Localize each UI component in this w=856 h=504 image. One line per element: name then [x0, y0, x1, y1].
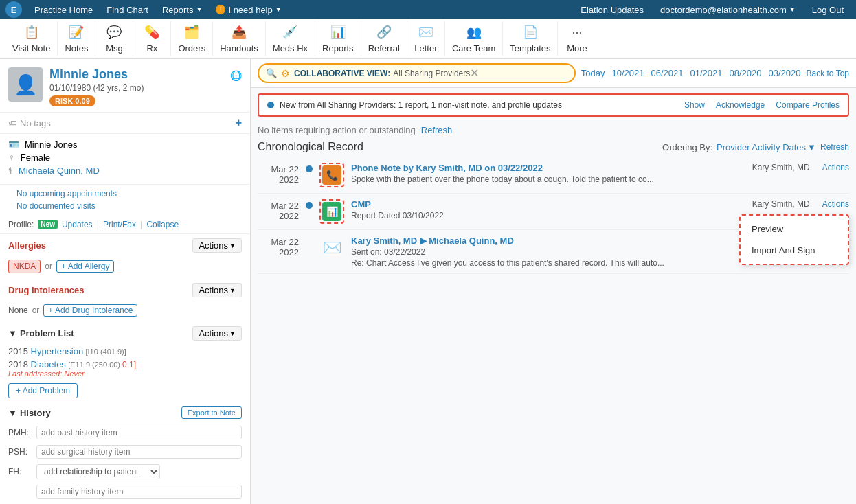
elation-updates-nav[interactable]: Elation Updates — [574, 2, 651, 18]
problem-list-title: ▼ Problem List — [8, 328, 74, 339]
phone-note-subtitle: Spoke with the patient over the phone to… — [351, 174, 721, 184]
handouts-icon: 📤 — [231, 24, 247, 41]
status-text: No items requiring action or outstanding — [258, 125, 416, 135]
user-nav[interactable]: doctordemo@elationhealth.com ▼ — [653, 2, 802, 18]
templates-icon: 📄 — [522, 24, 539, 41]
phone-note-icon: 📞 — [322, 165, 341, 185]
phone-note-icon-wrap: 📞 — [319, 163, 344, 187]
orders-button[interactable]: 🗂️ Orders — [171, 21, 213, 56]
timeline-nav: Today 10/2021 06/2021 01/2021 08/2020 03… — [581, 68, 801, 78]
collapse-icon: ▼ — [8, 408, 17, 418]
globe-icon: 🌐 — [230, 70, 242, 81]
rx-icon: 💊 — [144, 24, 160, 41]
psh-input[interactable] — [36, 445, 242, 459]
profile-updates-link[interactable]: Updates — [62, 220, 93, 229]
msg-button[interactable]: 💬 Msg — [95, 21, 133, 56]
problem-list-actions-button[interactable]: Actions ▼ — [192, 326, 242, 341]
risk-badge: RISK 0.09 — [49, 95, 95, 106]
meds-hx-button[interactable]: 💉 Meds Hx — [266, 21, 315, 56]
more-button[interactable]: ··· More — [558, 21, 596, 56]
notification-acknowledge-link[interactable]: Acknowledge — [716, 100, 765, 110]
drug-or: or — [32, 306, 40, 315]
meds-hx-icon: 💉 — [282, 24, 298, 41]
last-addressed: Last addressed: Never — [8, 369, 242, 378]
notes-button[interactable]: 📝 Notes — [58, 21, 95, 56]
toolbar: 📋 Visit Note 📝 Notes 💬 Msg 💊 Rx 🗂️ Order… — [0, 19, 856, 59]
avatar: 👤 — [8, 67, 43, 102]
cmp-title[interactable]: CMP — [351, 199, 721, 209]
refresh-link[interactable]: Refresh — [421, 125, 453, 135]
fh-input-row — [0, 482, 250, 501]
ordering-label: Ordering By: — [662, 142, 712, 152]
cmp-icon-wrap: 📊 — [319, 199, 344, 224]
search-icon: 🔍 — [266, 68, 277, 78]
timeline-jan2021[interactable]: 01/2021 — [690, 68, 723, 78]
allergy-or: or — [45, 262, 52, 271]
search-input-wrap: 🔍 ⚙ COLLABORATIVE VIEW: All Sharing Prov… — [258, 63, 576, 83]
record-item-cmp: Mar 22 2022 📊 CMP Report Dated 03/10/202… — [258, 194, 849, 230]
profile-collapse-link[interactable]: Collapse — [146, 220, 179, 229]
phone-note-title[interactable]: Phone Note by Kary Smith, MD on 03/22/20… — [351, 163, 721, 173]
timeline-aug2020[interactable]: 08/2020 — [730, 68, 762, 78]
fh-history-input[interactable] — [36, 485, 242, 499]
top-nav: E Practice Home Find Chart Reports ▼ ! I… — [0, 0, 856, 19]
profile-print-fax-link[interactable]: Print/Fax — [103, 220, 136, 229]
care-team-button[interactable]: 👥 Care Team — [445, 21, 503, 56]
psh-label: PSH: — [8, 447, 32, 457]
patient-provider-row: 🪪 Minnie Jones — [8, 139, 242, 150]
pmh-label: PMH: — [8, 428, 32, 437]
help-nav[interactable]: ! I need help ▼ — [209, 2, 288, 18]
handouts-button[interactable]: 📤 Handouts — [213, 21, 266, 56]
search-clear-button[interactable]: ✕ — [470, 67, 479, 80]
cmp-actions-button[interactable]: Actions — [822, 199, 849, 209]
add-allergy-link[interactable]: + Add Allergy — [56, 260, 114, 273]
notification-compare-profiles-link[interactable]: Compare Profiles — [776, 100, 840, 110]
timeline-jun2021[interactable]: 06/2021 — [651, 68, 684, 78]
hypertension-link[interactable]: Hypertension — [31, 346, 84, 356]
notification-show-link[interactable]: Show — [684, 100, 705, 110]
add-drug-intolerance-link[interactable]: + Add Drug Intolerance — [43, 304, 137, 317]
tag-icon: 🏷 — [8, 118, 17, 128]
add-tag-button[interactable]: + — [236, 117, 242, 129]
add-problem-button[interactable]: + Add Problem — [8, 383, 78, 398]
drug-intolerances-actions-button[interactable]: Actions ▼ — [192, 283, 242, 297]
chron-refresh-link[interactable]: Refresh — [820, 142, 849, 152]
rx-button[interactable]: 💊 Rx — [133, 21, 171, 56]
logout-nav[interactable]: Log Out — [805, 2, 851, 18]
practice-home-nav[interactable]: Practice Home — [27, 2, 100, 18]
timeline-today[interactable]: Today — [581, 68, 605, 78]
patient-dob: 01/10/1980 (42 yrs, 2 mo) — [49, 83, 223, 93]
import-and-sign-item[interactable]: Import And Sign — [741, 240, 848, 261]
letter-icon: ✉️ — [418, 24, 434, 41]
reports-nav[interactable]: Reports ▼ — [155, 2, 209, 18]
letter-button[interactable]: ✉️ Letter — [407, 21, 445, 56]
reports-button[interactable]: 📊 Reports — [315, 21, 361, 56]
templates-button[interactable]: 📄 Templates — [503, 21, 558, 56]
pmh-input[interactable] — [36, 426, 242, 439]
drug-none: None — [8, 306, 28, 315]
diabetes-link[interactable]: Diabetes — [31, 359, 66, 369]
patient-name[interactable]: Minnie Jones — [49, 67, 223, 82]
find-chart-nav[interactable]: Find Chart — [100, 2, 155, 18]
export-to-note-button[interactable]: Export to Note — [181, 406, 242, 419]
collapse-icon: ▼ — [8, 328, 17, 339]
notification-text: New from All Sharing Providers: 1 report… — [280, 100, 673, 110]
no-documented-visits[interactable]: No documented visits — [8, 200, 242, 212]
phone-note-actions[interactable]: Actions — [822, 163, 849, 172]
timeline-mar2020[interactable]: 03/2020 — [769, 68, 801, 78]
fh-relationship-select[interactable]: add relationship to patient — [36, 464, 160, 479]
chevron-down-icon: ▼ — [229, 330, 236, 337]
referral-button[interactable]: 🔗 Referral — [361, 21, 407, 56]
ordering-value[interactable]: Provider Activity Dates ▼ — [717, 142, 816, 152]
back-to-top-link[interactable]: Back to Top — [807, 69, 849, 78]
msg-icon: 💬 — [106, 24, 122, 41]
no-upcoming-appointments[interactable]: No upcoming appointments — [8, 187, 242, 200]
timeline-oct2021[interactable]: 10/2021 — [612, 68, 644, 78]
preview-item[interactable]: Preview — [741, 218, 848, 240]
patient-gender: Female — [21, 152, 50, 163]
allergies-actions-button[interactable]: Actions ▼ — [192, 238, 242, 253]
patient-provider[interactable]: Michaela Quinn, MD — [19, 165, 100, 176]
chevron-down-icon: ▼ — [789, 6, 796, 13]
care-team-icon: 👥 — [466, 24, 482, 41]
visit-note-button[interactable]: 📋 Visit Note — [5, 21, 58, 56]
